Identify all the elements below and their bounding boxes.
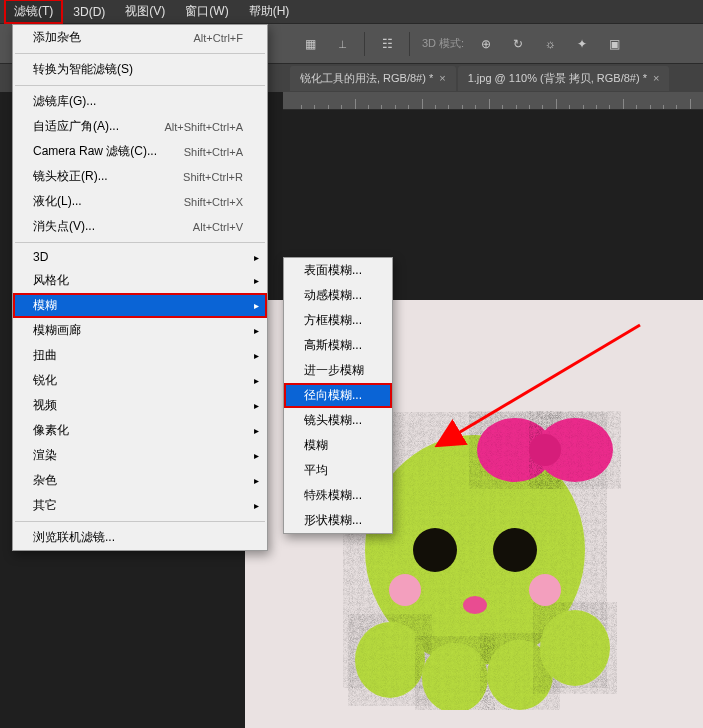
menu-item-label: 像素化 <box>33 422 69 439</box>
menu-shortcut: Alt+Ctrl+F <box>193 32 243 44</box>
document-tab[interactable]: 1.jpg @ 110% (背景 拷贝, RGB/8#) * × <box>458 66 670 91</box>
menu-item-label: 转换为智能滤镜(S) <box>33 61 133 78</box>
svg-point-2 <box>422 643 488 710</box>
menu-item[interactable]: 滤镜库(G)... <box>13 89 267 114</box>
svg-point-12 <box>529 434 561 466</box>
menu-shortcut: Alt+Ctrl+V <box>193 221 243 233</box>
menu-separator <box>15 242 265 243</box>
menu-view[interactable]: 视图(V) <box>115 0 175 24</box>
menu-item[interactable]: 3D▸ <box>13 246 267 268</box>
filter-dropdown: 添加杂色Alt+Ctrl+F转换为智能滤镜(S)滤镜库(G)...自适应广角(A… <box>12 24 268 551</box>
chevron-right-icon: ▸ <box>254 350 259 361</box>
submenu-item-label: 进一步模糊 <box>304 362 364 379</box>
menu-separator <box>15 85 265 86</box>
menu-item-label: 添加杂色 <box>33 29 81 46</box>
layout-icon[interactable]: ☷ <box>377 34 397 54</box>
rotate-icon[interactable]: ↻ <box>508 34 528 54</box>
menu-item[interactable]: 模糊▸ <box>13 293 267 318</box>
menu-item-label: 液化(L)... <box>33 193 82 210</box>
submenu-item-label: 表面模糊... <box>304 262 362 279</box>
close-icon[interactable]: × <box>653 72 659 84</box>
svg-point-4 <box>540 610 610 686</box>
menu-item[interactable]: 像素化▸ <box>13 418 267 443</box>
submenu-item-label: 镜头模糊... <box>304 412 362 429</box>
submenu-item-label: 动感模糊... <box>304 287 362 304</box>
submenu-item-label: 模糊 <box>304 437 328 454</box>
submenu-item[interactable]: 动感模糊... <box>284 283 392 308</box>
menu-item[interactable]: 自适应广角(A)...Alt+Shift+Ctrl+A <box>13 114 267 139</box>
submenu-item-label: 平均 <box>304 462 328 479</box>
menu-item[interactable]: 添加杂色Alt+Ctrl+F <box>13 25 267 50</box>
menu-item-label: 模糊画廊 <box>33 322 81 339</box>
menu-item[interactable]: 镜头校正(R)...Shift+Ctrl+R <box>13 164 267 189</box>
menu-item[interactable]: 风格化▸ <box>13 268 267 293</box>
chevron-right-icon: ▸ <box>254 375 259 386</box>
menu-item[interactable]: 杂色▸ <box>13 468 267 493</box>
menu-window[interactable]: 窗口(W) <box>175 0 238 24</box>
mode-label: 3D 模式: <box>422 36 464 51</box>
chevron-right-icon: ▸ <box>254 475 259 486</box>
divider <box>409 32 410 56</box>
menu-item-label: 3D <box>33 250 48 264</box>
menu-item[interactable]: 消失点(V)...Alt+Ctrl+V <box>13 214 267 239</box>
submenu-item[interactable]: 方框模糊... <box>284 308 392 333</box>
menu-shortcut: Alt+Shift+Ctrl+A <box>164 121 243 133</box>
chevron-right-icon: ▸ <box>254 275 259 286</box>
menu-item[interactable]: 浏览联机滤镜... <box>13 525 267 550</box>
chevron-right-icon: ▸ <box>254 252 259 263</box>
document-tab[interactable]: 锐化工具的用法, RGB/8#) * × <box>290 66 456 91</box>
svg-point-5 <box>413 528 457 572</box>
menu-item-label: 风格化 <box>33 272 69 289</box>
svg-point-9 <box>463 596 487 614</box>
submenu-item[interactable]: 进一步模糊 <box>284 358 392 383</box>
light-icon[interactable]: ☼ <box>540 34 560 54</box>
svg-point-6 <box>493 528 537 572</box>
menu-item[interactable]: Camera Raw 滤镜(C)...Shift+Ctrl+A <box>13 139 267 164</box>
menu-item[interactable]: 锐化▸ <box>13 368 267 393</box>
menu-separator <box>15 53 265 54</box>
menu-shortcut: Shift+Ctrl+A <box>184 146 243 158</box>
menu-filter[interactable]: 滤镜(T) <box>4 0 63 24</box>
submenu-item[interactable]: 模糊 <box>284 433 392 458</box>
chevron-right-icon: ▸ <box>254 400 259 411</box>
menu-item[interactable]: 模糊画廊▸ <box>13 318 267 343</box>
menu-item-label: 视频 <box>33 397 57 414</box>
menu-item[interactable]: 扭曲▸ <box>13 343 267 368</box>
ruler-icon[interactable]: ⟂ <box>332 34 352 54</box>
camera-icon[interactable]: ▣ <box>604 34 624 54</box>
menu-item-label: 模糊 <box>33 297 57 314</box>
svg-point-7 <box>389 574 421 606</box>
submenu-item[interactable]: 径向模糊... <box>284 383 392 408</box>
menu-item-label: 其它 <box>33 497 57 514</box>
submenu-item[interactable]: 高斯模糊... <box>284 333 392 358</box>
close-icon[interactable]: × <box>439 72 445 84</box>
submenu-item[interactable]: 镜头模糊... <box>284 408 392 433</box>
svg-point-8 <box>529 574 561 606</box>
menu-item[interactable]: 液化(L)...Shift+Ctrl+X <box>13 189 267 214</box>
menu-item[interactable]: 转换为智能滤镜(S) <box>13 57 267 82</box>
tab-label: 锐化工具的用法, RGB/8#) * <box>300 71 433 86</box>
orbit-icon[interactable]: ⊕ <box>476 34 496 54</box>
submenu-item-label: 方框模糊... <box>304 312 362 329</box>
grid-icon[interactable]: ▦ <box>300 34 320 54</box>
submenu-item[interactable]: 形状模糊... <box>284 508 392 533</box>
menu-item-label: 自适应广角(A)... <box>33 118 119 135</box>
submenu-item[interactable]: 特殊模糊... <box>284 483 392 508</box>
submenu-item[interactable]: 平均 <box>284 458 392 483</box>
chevron-right-icon: ▸ <box>254 325 259 336</box>
submenu-item-label: 特殊模糊... <box>304 487 362 504</box>
target-icon[interactable]: ✦ <box>572 34 592 54</box>
submenu-item-label: 径向模糊... <box>304 387 362 404</box>
submenu-item-label: 形状模糊... <box>304 512 362 529</box>
menu-item-label: 扭曲 <box>33 347 57 364</box>
menu-item[interactable]: 渲染▸ <box>13 443 267 468</box>
menu-item[interactable]: 视频▸ <box>13 393 267 418</box>
menu-item-label: Camera Raw 滤镜(C)... <box>33 143 157 160</box>
menu-item-label: 镜头校正(R)... <box>33 168 108 185</box>
menu-item[interactable]: 其它▸ <box>13 493 267 518</box>
menu-item-label: 浏览联机滤镜... <box>33 529 115 546</box>
menu-3d[interactable]: 3D(D) <box>63 1 115 23</box>
menu-help[interactable]: 帮助(H) <box>239 0 300 24</box>
menubar: 滤镜(T) 3D(D) 视图(V) 窗口(W) 帮助(H) <box>0 0 703 24</box>
submenu-item[interactable]: 表面模糊... <box>284 258 392 283</box>
